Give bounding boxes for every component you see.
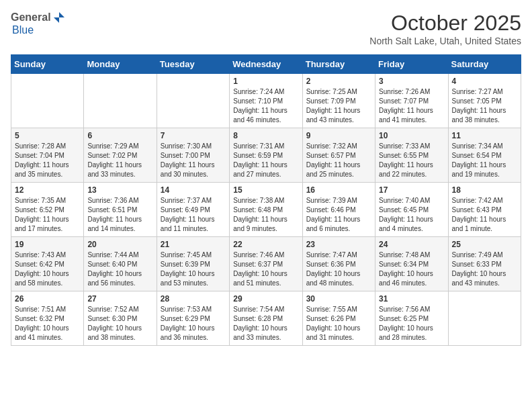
calendar-cell: 29Sunrise: 7:54 AM Sunset: 6:28 PM Dayli… — [230, 291, 302, 346]
day-number: 21 — [161, 240, 226, 249]
day-number: 17 — [379, 185, 444, 195]
calendar-cell: 1Sunrise: 7:24 AM Sunset: 7:10 PM Daylig… — [230, 74, 302, 128]
calendar-cell — [11, 74, 84, 128]
calendar-cell — [448, 291, 521, 346]
calendar-cell: 21Sunrise: 7:45 AM Sunset: 6:39 PM Dayli… — [157, 237, 229, 291]
day-info: Sunrise: 7:35 AM Sunset: 6:52 PM Dayligh… — [15, 196, 80, 234]
day-number: 20 — [87, 240, 152, 249]
calendar-cell: 4Sunrise: 7:27 AM Sunset: 7:05 PM Daylig… — [448, 74, 521, 128]
weekday-header: Sunday — [11, 55, 84, 74]
day-number: 8 — [233, 131, 298, 140]
day-number: 15 — [233, 185, 298, 195]
month-title: October 2025 — [369, 11, 521, 36]
day-info: Sunrise: 7:44 AM Sunset: 6:40 PM Dayligh… — [87, 250, 152, 288]
weekday-header: Thursday — [302, 55, 375, 74]
day-info: Sunrise: 7:26 AM Sunset: 7:07 PM Dayligh… — [379, 87, 444, 125]
day-info: Sunrise: 7:39 AM Sunset: 6:46 PM Dayligh… — [306, 196, 371, 234]
calendar-cell: 9Sunrise: 7:32 AM Sunset: 6:57 PM Daylig… — [302, 128, 375, 183]
calendar-cell: 11Sunrise: 7:34 AM Sunset: 6:54 PM Dayli… — [448, 128, 521, 183]
calendar-cell: 6Sunrise: 7:29 AM Sunset: 7:02 PM Daylig… — [84, 128, 157, 183]
calendar-cell: 16Sunrise: 7:39 AM Sunset: 6:46 PM Dayli… — [302, 183, 375, 237]
day-number: 2 — [306, 77, 371, 86]
day-info: Sunrise: 7:38 AM Sunset: 6:48 PM Dayligh… — [233, 196, 298, 234]
day-number: 24 — [379, 240, 444, 249]
day-number: 13 — [87, 185, 152, 195]
day-number: 26 — [15, 294, 80, 304]
calendar-cell: 3Sunrise: 7:26 AM Sunset: 7:07 PM Daylig… — [375, 74, 448, 128]
calendar-cell: 27Sunrise: 7:52 AM Sunset: 6:30 PM Dayli… — [84, 291, 157, 346]
day-info: Sunrise: 7:28 AM Sunset: 7:04 PM Dayligh… — [15, 142, 80, 179]
day-number: 27 — [87, 294, 152, 304]
day-number: 1 — [233, 77, 298, 86]
day-info: Sunrise: 7:46 AM Sunset: 6:37 PM Dayligh… — [233, 250, 298, 288]
calendar-week-row: 19Sunrise: 7:43 AM Sunset: 6:42 PM Dayli… — [11, 237, 521, 291]
day-info: Sunrise: 7:24 AM Sunset: 7:10 PM Dayligh… — [233, 87, 298, 125]
calendar-cell: 15Sunrise: 7:38 AM Sunset: 6:48 PM Dayli… — [230, 183, 302, 237]
day-info: Sunrise: 7:31 AM Sunset: 6:59 PM Dayligh… — [233, 142, 298, 179]
calendar-week-row: 12Sunrise: 7:35 AM Sunset: 6:52 PM Dayli… — [11, 183, 521, 237]
day-info: Sunrise: 7:40 AM Sunset: 6:45 PM Dayligh… — [379, 196, 444, 234]
day-info: Sunrise: 7:32 AM Sunset: 6:57 PM Dayligh… — [306, 142, 371, 179]
day-number: 10 — [379, 131, 444, 140]
calendar-cell: 12Sunrise: 7:35 AM Sunset: 6:52 PM Dayli… — [11, 183, 84, 237]
logo-general: General — [11, 11, 51, 24]
day-info: Sunrise: 7:34 AM Sunset: 6:54 PM Dayligh… — [452, 142, 517, 179]
calendar-cell: 31Sunrise: 7:56 AM Sunset: 6:25 PM Dayli… — [375, 291, 448, 346]
calendar-cell: 14Sunrise: 7:37 AM Sunset: 6:49 PM Dayli… — [157, 183, 229, 237]
day-info: Sunrise: 7:36 AM Sunset: 6:51 PM Dayligh… — [87, 196, 152, 234]
day-info: Sunrise: 7:47 AM Sunset: 6:36 PM Dayligh… — [306, 250, 371, 288]
day-number: 18 — [452, 185, 517, 195]
calendar-cell: 25Sunrise: 7:49 AM Sunset: 6:33 PM Dayli… — [448, 237, 521, 291]
day-number: 25 — [452, 240, 517, 249]
logo-blue: Blue — [12, 24, 34, 36]
calendar-cell: 24Sunrise: 7:48 AM Sunset: 6:34 PM Dayli… — [375, 237, 448, 291]
day-number: 23 — [306, 240, 371, 249]
calendar-cell: 18Sunrise: 7:42 AM Sunset: 6:43 PM Dayli… — [448, 183, 521, 237]
day-number: 31 — [379, 294, 444, 304]
day-number: 5 — [15, 131, 80, 140]
calendar-week-row: 5Sunrise: 7:28 AM Sunset: 7:04 PM Daylig… — [11, 128, 521, 183]
day-info: Sunrise: 7:49 AM Sunset: 6:33 PM Dayligh… — [452, 250, 517, 288]
day-info: Sunrise: 7:42 AM Sunset: 6:43 PM Dayligh… — [452, 196, 517, 234]
day-number: 14 — [161, 185, 226, 195]
weekday-header: Tuesday — [157, 55, 229, 74]
location: North Salt Lake, Utah, United States — [369, 36, 521, 46]
calendar-cell: 19Sunrise: 7:43 AM Sunset: 6:42 PM Dayli… — [11, 237, 84, 291]
day-info: Sunrise: 7:33 AM Sunset: 6:55 PM Dayligh… — [379, 142, 444, 179]
day-info: Sunrise: 7:51 AM Sunset: 6:32 PM Dayligh… — [15, 305, 80, 342]
calendar-cell: 13Sunrise: 7:36 AM Sunset: 6:51 PM Dayli… — [84, 183, 157, 237]
calendar-week-row: 1Sunrise: 7:24 AM Sunset: 7:10 PM Daylig… — [11, 74, 521, 128]
weekday-header: Friday — [375, 55, 448, 74]
day-number: 22 — [233, 240, 298, 249]
day-number: 4 — [452, 77, 517, 86]
day-number: 16 — [306, 185, 371, 195]
day-info: Sunrise: 7:54 AM Sunset: 6:28 PM Dayligh… — [233, 305, 298, 342]
calendar-cell: 17Sunrise: 7:40 AM Sunset: 6:45 PM Dayli… — [375, 183, 448, 237]
day-number: 28 — [161, 294, 226, 304]
weekday-header: Wednesday — [230, 55, 302, 74]
weekday-header: Monday — [84, 55, 157, 74]
calendar-cell: 22Sunrise: 7:46 AM Sunset: 6:37 PM Dayli… — [230, 237, 302, 291]
day-number: 19 — [15, 240, 80, 249]
day-number: 6 — [87, 131, 152, 140]
day-info: Sunrise: 7:55 AM Sunset: 6:26 PM Dayligh… — [306, 305, 371, 342]
day-number: 9 — [306, 131, 371, 140]
calendar-cell: 26Sunrise: 7:51 AM Sunset: 6:32 PM Dayli… — [11, 291, 84, 346]
calendar-cell: 10Sunrise: 7:33 AM Sunset: 6:55 PM Dayli… — [375, 128, 448, 183]
svg-marker-0 — [54, 12, 64, 23]
day-number: 7 — [161, 131, 226, 140]
day-number: 12 — [15, 185, 80, 195]
page-header: General Blue October 2025 North Salt Lak… — [11, 11, 521, 46]
calendar-cell: 28Sunrise: 7:53 AM Sunset: 6:29 PM Dayli… — [157, 291, 229, 346]
day-number: 29 — [233, 294, 298, 304]
calendar-cell — [84, 74, 157, 128]
calendar-cell: 2Sunrise: 7:25 AM Sunset: 7:09 PM Daylig… — [302, 74, 375, 128]
calendar-cell: 7Sunrise: 7:30 AM Sunset: 7:00 PM Daylig… — [157, 128, 229, 183]
logo-icon — [52, 11, 66, 24]
weekday-header-row: SundayMondayTuesdayWednesdayThursdayFrid… — [11, 55, 521, 74]
day-number: 3 — [379, 77, 444, 86]
day-info: Sunrise: 7:43 AM Sunset: 6:42 PM Dayligh… — [15, 250, 80, 288]
calendar-cell: 23Sunrise: 7:47 AM Sunset: 6:36 PM Dayli… — [302, 237, 375, 291]
calendar: SundayMondayTuesdayWednesdayThursdayFrid… — [11, 54, 521, 346]
day-info: Sunrise: 7:30 AM Sunset: 7:00 PM Dayligh… — [161, 142, 226, 179]
